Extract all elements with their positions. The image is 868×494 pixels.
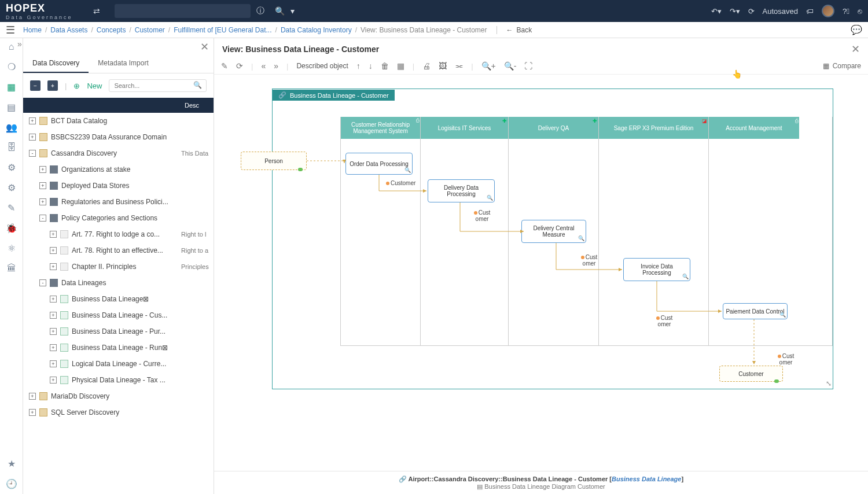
tree-toggle-icon[interactable]: +	[50, 231, 57, 238]
rail-star-icon[interactable]: ★	[8, 458, 16, 469]
tree-node[interactable]: +Business Data Lineage - Cus...	[23, 307, 214, 323]
node-person[interactable]: Person	[241, 152, 307, 170]
tree-node[interactable]: +Regulatories and Business Polici...	[23, 194, 214, 210]
node-delivery-cm[interactable]: Delivery Central Measure🔍	[521, 220, 586, 243]
exit-icon[interactable]: ⎋	[858, 7, 862, 16]
zoom-out-icon[interactable]: 🔍-	[504, 61, 517, 71]
tree-toggle-icon[interactable]: +	[29, 134, 36, 141]
tree-toggle-icon[interactable]: +	[50, 377, 57, 384]
panel-close-icon[interactable]: ✕	[200, 40, 209, 53]
tree-node[interactable]: -Data Lineages	[23, 275, 214, 291]
rail-edit-icon[interactable]: ✎	[8, 202, 15, 213]
tree-toggle-icon[interactable]: +	[39, 166, 46, 173]
info-icon[interactable]: ⓘ	[254, 6, 267, 16]
rail-home-icon[interactable]: ⌂	[9, 42, 14, 52]
rail-atom-icon[interactable]: ⚛	[8, 243, 16, 254]
print-icon[interactable]: 🖨	[422, 61, 431, 71]
tree-node[interactable]: -Policy Categories and Sections	[23, 210, 214, 226]
tree-node[interactable]: +MariaDb Discovery	[23, 388, 214, 404]
tree-toggle-icon[interactable]: +	[50, 360, 57, 367]
redo-icon[interactable]: ↷▾	[730, 7, 740, 16]
node-order-dp[interactable]: Order Data Processing🔍	[345, 153, 413, 175]
rail-catalog-icon[interactable]: ▤	[7, 102, 16, 113]
hamburger-icon[interactable]: ☰	[6, 24, 15, 36]
tree-toggle-icon[interactable]: +	[50, 247, 57, 254]
tree-toggle-icon[interactable]: +	[50, 312, 57, 319]
node-invoice-dp[interactable]: Invoice Data Processing🔍	[623, 258, 690, 281]
tree-node[interactable]: -Cassandra DiscoveryThis Data	[23, 145, 214, 161]
tree-toggle-icon[interactable]: +	[29, 117, 36, 124]
tree-toggle-icon[interactable]: +	[50, 263, 57, 270]
share-icon[interactable]: ⫘	[455, 61, 463, 71]
comment-icon[interactable]: 💬	[851, 24, 862, 35]
tree-node[interactable]: +Business Data Lineage⊠	[23, 291, 214, 307]
panel-collapse-icon[interactable]: »	[17, 39, 22, 49]
tree-node[interactable]: +Organizations at stake	[23, 161, 214, 178]
delete-icon[interactable]: 🗑	[381, 61, 389, 71]
global-search-input[interactable]	[115, 4, 251, 18]
rail-server-icon[interactable]: 🗄	[7, 142, 16, 153]
arrow-down-icon[interactable]: ↓	[369, 61, 373, 71]
node-delivery-dp[interactable]: Delivery Data Processing🔍	[428, 179, 495, 202]
compare-button[interactable]: ▦ Compare	[823, 62, 861, 70]
tree-search[interactable]: 🔍	[109, 79, 207, 92]
tree-toggle-icon[interactable]: -	[39, 215, 46, 222]
refresh-icon[interactable]: ⟳	[748, 7, 755, 16]
tree-node[interactable]: +Logical Data Lineage - Curre...	[23, 356, 214, 372]
refresh-diagram-icon[interactable]: ⟳	[236, 61, 243, 71]
search-icon[interactable]: 🔍	[274, 6, 286, 16]
rail-library-icon[interactable]: 🏛	[7, 263, 16, 274]
rail-data-assets-icon[interactable]: ▦	[7, 82, 16, 93]
tree-node[interactable]: +Physical Data Lineage - Tax ...	[23, 372, 214, 388]
tree-node[interactable]: +Business Data Lineage - Pur...	[23, 323, 214, 340]
tree-search-icon[interactable]: 🔍	[193, 81, 202, 89]
rail-dashboard-icon[interactable]: ❍	[8, 61, 16, 72]
tree-toggle-icon[interactable]: +	[39, 198, 46, 205]
back-button[interactable]: ← Back	[496, 26, 532, 34]
tag-icon[interactable]: 🏷	[806, 7, 814, 16]
arrow-up-icon[interactable]: ↑	[356, 61, 361, 71]
avatar[interactable]	[822, 5, 834, 17]
new-button[interactable]: New	[87, 82, 102, 90]
crumb-inventory[interactable]: Data Catalog Inventory	[281, 26, 352, 34]
tree-node[interactable]: +SQL Server Discovery	[23, 404, 214, 421]
nav-last-icon[interactable]: »	[274, 61, 278, 71]
tree-toggle-icon[interactable]: +	[50, 344, 57, 351]
content-close-icon[interactable]: ✕	[851, 43, 860, 56]
crumb-data-assets[interactable]: Data Assets	[50, 26, 87, 34]
tree-toggle-icon[interactable]: +	[50, 328, 57, 335]
tree-node[interactable]: +Art. 77. Right to lodge a co...Right to…	[23, 226, 214, 242]
edit-icon[interactable]: ✎	[221, 61, 228, 71]
tab-data-discovery[interactable]: Data Discovery	[23, 54, 89, 73]
zoom-in-icon[interactable]: 🔍+	[481, 61, 496, 71]
tree-toggle-icon[interactable]: -	[39, 279, 46, 286]
help-icon[interactable]: ?⃝	[843, 7, 849, 16]
crumb-concepts[interactable]: Concepts	[97, 26, 126, 34]
tree-node[interactable]: +Art. 78. Right to an effective...Right …	[23, 242, 214, 259]
tree-node[interactable]: +Chapter II. PrinciplesPrinciples	[23, 259, 214, 275]
crumb-home[interactable]: Home	[23, 26, 42, 34]
crumb-customer[interactable]: Customer	[135, 26, 165, 34]
grid-icon[interactable]: ▦	[397, 61, 404, 71]
tree-toggle-icon[interactable]: +	[29, 409, 36, 416]
expand-all-button[interactable]: +	[47, 80, 58, 91]
rail-bug-icon[interactable]: 🐞	[6, 223, 17, 234]
node-customer[interactable]: Customer	[719, 366, 783, 382]
crumb-fulfillment[interactable]: Fulfillment of [EU General Dat...	[174, 26, 271, 34]
tree-node[interactable]: +BSBCS2239 Data Assurance Domain	[23, 129, 214, 145]
tree-node[interactable]: +Business Data Lineage - Run⊠	[23, 340, 214, 356]
undo-icon[interactable]: ↶▾	[711, 7, 722, 16]
swap-icon[interactable]: ⇄	[90, 6, 103, 16]
tree-toggle-icon[interactable]: +	[29, 393, 36, 400]
tree-toggle-icon[interactable]: -	[29, 150, 36, 157]
tree-node[interactable]: +Deployed Data Stores	[23, 178, 214, 194]
fit-icon[interactable]: ⛶	[524, 61, 532, 71]
diagram-canvas[interactable]: 🔗 Business Data Lineage - Customer Perso…	[214, 75, 868, 471]
rail-gear2-icon[interactable]: ⚙	[8, 182, 16, 193]
tree-toggle-icon[interactable]: +	[39, 182, 46, 189]
node-paiement-dc[interactable]: Paiement Data Control🔍	[723, 303, 788, 319]
rail-gear-icon[interactable]: ⚙	[8, 162, 16, 173]
rail-history-icon[interactable]: 🕘	[6, 478, 17, 489]
diagram-resize-handle[interactable]: ⤡	[826, 379, 832, 388]
tab-metadata-import[interactable]: Metadata Import	[89, 54, 157, 73]
